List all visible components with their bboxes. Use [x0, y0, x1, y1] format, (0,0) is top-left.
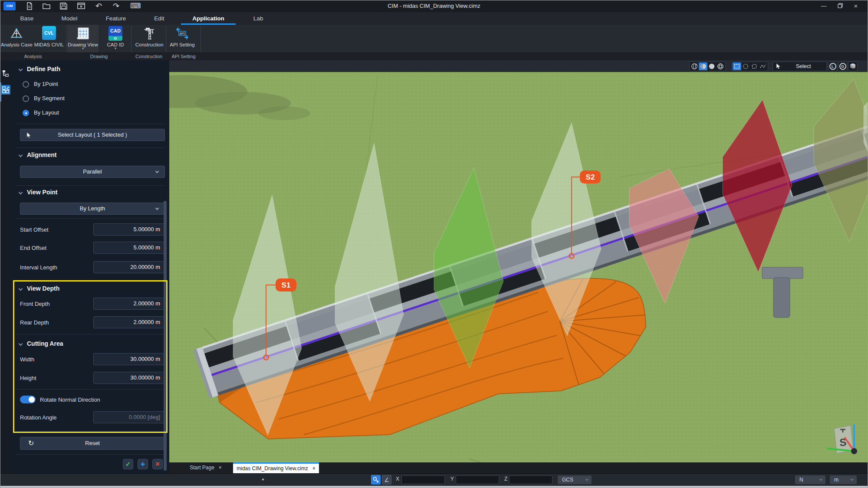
minimize-button[interactable]: —: [820, 3, 827, 9]
window-title: CIM - midas CIM_Drawing View.cimz: [0, 0, 868, 12]
menu-tab-base[interactable]: Base: [14, 12, 40, 25]
render-mode-group: R: [689, 62, 726, 71]
interval-length-label: Interval Length: [20, 264, 57, 271]
refresh-icon: ↻: [28, 437, 34, 449]
select-circle-icon[interactable]: [741, 62, 750, 70]
cursor-icon: [776, 63, 781, 69]
coordinate-system-select[interactable]: GCS: [558, 475, 592, 484]
start-offset-field[interactable]: 5.00000 m: [93, 223, 165, 236]
collapse-chevron-icon: [19, 342, 23, 346]
drawing-view-dropdown-caret[interactable]: ▾: [67, 47, 99, 50]
section-alignment[interactable]: Alignment: [11, 151, 169, 161]
radio-by-layout[interactable]: By Layout: [11, 108, 169, 118]
ribbon-cad-id-button[interactable]: CADID CAD ID ▾: [101, 25, 130, 52]
radio-by-segment[interactable]: By Segment: [11, 94, 169, 104]
scene-3d-view[interactable]: S1 S2 S: [169, 72, 868, 462]
model-tree-icon[interactable]: [2, 69, 10, 77]
end-offset-field[interactable]: 5.00000 m: [93, 242, 165, 254]
menu-tab-edit[interactable]: Edit: [148, 12, 171, 25]
snap-point-icon[interactable]: [371, 475, 381, 485]
restore-button[interactable]: [837, 3, 844, 9]
select-rectangle-icon[interactable]: [733, 62, 741, 70]
reset-button[interactable]: ↻ Reset: [20, 437, 165, 450]
chevron-down-icon: [155, 170, 159, 173]
select-polyline-icon[interactable]: [759, 62, 767, 70]
collapse-panel-icon[interactable]: ▲: [261, 477, 265, 481]
works-tree-icon[interactable]: [1, 85, 10, 95]
end-offset-label: End Offset: [20, 245, 46, 251]
close-button[interactable]: ×: [852, 3, 859, 9]
collapse-chevron-icon: [19, 67, 23, 72]
x-coordinate-label: X: [396, 476, 399, 482]
ribbon-midas-civil-button[interactable]: CVL MIDAS CIVIL: [33, 25, 65, 52]
menu-tab-lab[interactable]: Lab: [247, 12, 270, 25]
render-wireframe-icon[interactable]: [716, 62, 725, 70]
menu-tab-feature[interactable]: Feature: [100, 12, 132, 25]
height-field[interactable]: 30.00000 m: [93, 372, 165, 384]
render-solid-icon[interactable]: [707, 62, 716, 70]
section-define-path[interactable]: Define Path: [11, 65, 169, 75]
divider: [16, 185, 165, 186]
select-mode-button[interactable]: Select: [773, 62, 827, 71]
section-cutting-area[interactable]: Cutting Area: [11, 339, 169, 350]
view-cube-button[interactable]: [848, 62, 858, 71]
radio-icon: [23, 95, 29, 102]
x-coordinate-input[interactable]: [401, 475, 445, 484]
cube-icon: [849, 63, 856, 70]
unit-select[interactable]: m: [830, 475, 857, 484]
z-coordinate-input[interactable]: [509, 475, 552, 484]
close-tab-icon[interactable]: ×: [312, 465, 316, 472]
chevron-down-icon: [819, 478, 822, 481]
menu-tab-application[interactable]: Application: [180, 12, 237, 25]
collapse-chevron-icon: [19, 190, 23, 195]
cad-id-icon: CADID: [108, 26, 123, 41]
midas-civil-icon: CVL: [42, 26, 56, 41]
viewport: R Select L G: [169, 60, 868, 462]
width-field[interactable]: 30.00000 m: [93, 353, 165, 365]
ribbon-construction-button[interactable]: Construction: [134, 25, 165, 52]
start-offset-label: Start Offset: [20, 226, 49, 233]
interval-length-field[interactable]: 20.00000 m: [93, 261, 165, 273]
divider: [16, 389, 165, 390]
collapse-chevron-icon: [19, 287, 23, 291]
y-coordinate-input[interactable]: [456, 475, 499, 484]
section-view-depth[interactable]: View Depth: [11, 284, 169, 295]
render-wireframe-hidden-icon[interactable]: R: [690, 62, 699, 70]
cad-id-dropdown-caret[interactable]: ▾: [101, 47, 130, 50]
cancel-button[interactable]: ×: [152, 459, 163, 469]
chevron-down-icon: [155, 206, 159, 210]
panel-scrollbar[interactable]: [164, 201, 167, 471]
snap-angle-icon[interactable]: ∠: [382, 475, 391, 485]
rear-depth-label: Rear Depth: [20, 319, 49, 326]
group-label-analysis: Analysis: [0, 53, 66, 61]
radio-by-1point[interactable]: By 1Point: [11, 79, 169, 90]
menu-tab-model[interactable]: Model: [54, 12, 85, 25]
ribbon-api-setting-button[interactable]: API API Setting: [167, 25, 198, 52]
alignment-dropdown[interactable]: Parallel: [20, 166, 165, 178]
tab-start-page[interactable]: Start Page×: [180, 462, 231, 473]
front-depth-field[interactable]: 2.00000 m: [93, 298, 165, 310]
select-layout-button[interactable]: Select Layout ( 1 Selected ): [20, 129, 165, 141]
height-label: Height: [20, 375, 36, 381]
local-axis-button[interactable]: L: [828, 62, 837, 71]
cursor-icon: [26, 132, 31, 138]
global-axis-button[interactable]: G: [838, 62, 847, 71]
apply-button[interactable]: ✓: [123, 459, 133, 469]
add-button[interactable]: +: [138, 459, 148, 469]
ribbon-analysis-case-button[interactable]: Analysis Case: [1, 25, 32, 52]
y-coordinate-label: Y: [450, 476, 454, 482]
ribbon-drawing-view-button[interactable]: Drawing View ▾: [67, 25, 99, 52]
rotate-normal-toggle[interactable]: [20, 396, 36, 403]
menu-bar: Base Model Feature Edit Application Lab: [0, 12, 868, 25]
radio-icon: [23, 81, 29, 88]
render-shaded-icon[interactable]: [699, 62, 707, 70]
close-tab-icon[interactable]: ×: [219, 465, 222, 471]
direction-select[interactable]: N: [795, 475, 825, 484]
tab-drawing-view-doc[interactable]: midas CIM_Drawing View.cimz×: [233, 462, 319, 473]
view-point-dropdown[interactable]: By Length: [20, 203, 165, 215]
section-view-point[interactable]: View Point: [11, 188, 169, 198]
select-polygon-icon[interactable]: [750, 62, 759, 70]
rear-depth-field[interactable]: 2.00000 m: [93, 316, 165, 328]
svg-text:API: API: [180, 32, 185, 36]
marker-label: S1: [282, 281, 291, 289]
